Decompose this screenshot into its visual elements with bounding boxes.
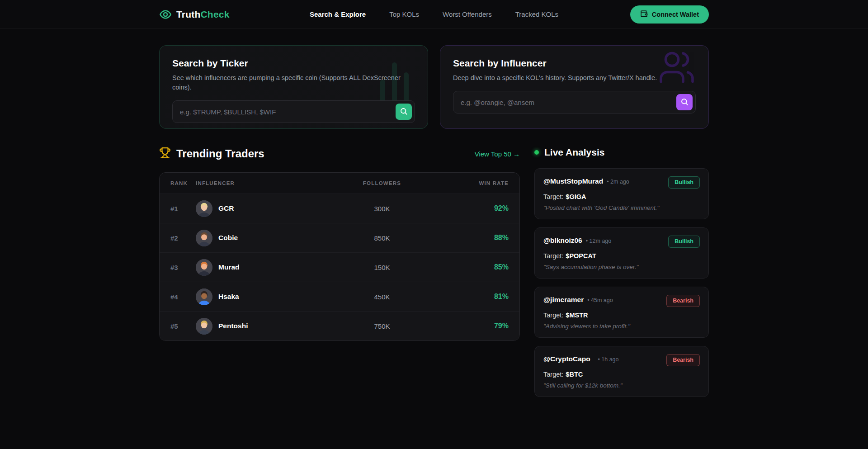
timestamp: • 45m ago: [587, 297, 613, 303]
win-rate-cell: 81%: [427, 293, 509, 301]
ticker-card-description: See which influencers are pumping a spec…: [172, 73, 415, 92]
target-ticker: $GIGA: [566, 193, 586, 200]
navbar: TruthCheck Search & Explore Top KOLs Wor…: [0, 0, 868, 29]
search-icon: [400, 107, 408, 117]
win-rate-cell: 92%: [427, 204, 509, 213]
win-rate-cell: 79%: [427, 322, 509, 330]
main-nav: Search & Explore Top KOLs Worst Offender…: [310, 10, 558, 18]
win-rate-cell: 88%: [427, 234, 509, 242]
influencer-cell: Cobie: [196, 230, 337, 246]
target-line: Target:$BTC: [543, 371, 700, 378]
rank-cell: #4: [170, 293, 196, 301]
live-analysis-card[interactable]: @CryptoCapo_ • 1h ago Bearish Target:$BT…: [534, 346, 709, 397]
users-decoration-icon: [657, 48, 697, 88]
target-label: Target:: [543, 193, 563, 200]
timestamp: • 12m ago: [586, 238, 612, 244]
trending-traders-title: Trending Traders: [176, 147, 264, 160]
connect-wallet-label: Connect Wallet: [652, 11, 699, 18]
influencer-name: GCR: [218, 204, 234, 213]
influencer-name: Murad: [218, 263, 240, 271]
search-by-ticker-card: Search by Ticker See which influencers a…: [159, 45, 428, 129]
eye-logo-icon: [159, 8, 172, 21]
nav-item-search-explore[interactable]: Search & Explore: [310, 10, 366, 18]
kol-handle: @MustStopMurad: [543, 177, 603, 185]
rank-cell: #1: [170, 205, 196, 213]
table-row[interactable]: #4 Hsaka 450K 81%: [160, 282, 519, 311]
rank-cell: #3: [170, 264, 196, 271]
followers-cell: 450K: [337, 293, 427, 301]
sentiment-badge: Bullish: [668, 236, 700, 248]
sentiment-badge: Bearish: [666, 295, 700, 307]
rank-cell: #5: [170, 322, 196, 330]
column-header-influencer: INFLUENCER: [196, 180, 337, 186]
influencer-search-button[interactable]: [676, 94, 693, 110]
connect-wallet-button[interactable]: Connect Wallet: [630, 5, 709, 24]
target-ticker: $POPCAT: [566, 252, 596, 260]
column-header-win-rate: WIN RATE: [427, 180, 509, 186]
influencer-cell: Hsaka: [196, 288, 337, 305]
table-row[interactable]: #2 Cobie 850K 88%: [160, 223, 519, 252]
kol-handle: @CryptoCapo_: [543, 355, 594, 363]
avatar: [196, 259, 212, 276]
win-rate-cell: 85%: [427, 263, 509, 271]
timestamp: • 2m ago: [607, 179, 629, 185]
ticker-search-input[interactable]: [172, 100, 415, 123]
target-label: Target:: [543, 371, 563, 378]
target-label: Target:: [543, 252, 563, 260]
column-header-rank: RANK: [170, 180, 196, 186]
analysis-quote: "Still calling for $12k bottom.": [543, 382, 700, 389]
sentiment-badge: Bearish: [666, 354, 700, 366]
nav-item-worst-offenders[interactable]: Worst Offenders: [443, 10, 492, 18]
analysis-quote: "Says accumulation phase is over.": [543, 264, 700, 270]
followers-cell: 750K: [337, 322, 427, 330]
live-indicator-dot: [534, 150, 539, 155]
live-analysis-card[interactable]: @blknoiz06 • 12m ago Bullish Target:$POP…: [534, 227, 709, 279]
sentiment-badge: Bullish: [668, 176, 700, 189]
search-section: Search by Ticker See which influencers a…: [159, 45, 709, 129]
influencer-name: Cobie: [218, 234, 238, 242]
avatar: [196, 200, 212, 217]
kol-handle: @blknoiz06: [543, 236, 582, 245]
brand-logo[interactable]: TruthCheck: [159, 8, 230, 21]
analysis-quote: "Posted chart with 'God Candle' imminent…: [543, 204, 700, 211]
kol-handle: @jimcramer: [543, 296, 584, 304]
influencer-cell: Pentoshi: [196, 318, 337, 335]
wallet-icon: [640, 10, 648, 19]
search-icon: [680, 98, 689, 107]
rank-cell: #2: [170, 234, 196, 242]
nav-item-top-kols[interactable]: Top KOLs: [389, 10, 419, 18]
view-top-50-link[interactable]: View Top 50 →: [475, 150, 520, 158]
influencer-name: Hsaka: [218, 293, 239, 301]
trophy-icon: [159, 147, 171, 161]
target-line: Target:$MSTR: [543, 312, 700, 319]
influencer-cell: GCR: [196, 200, 337, 217]
avatar: [196, 230, 212, 246]
followers-cell: 300K: [337, 205, 427, 213]
followers-cell: 150K: [337, 264, 427, 271]
live-analysis-card[interactable]: @jimcramer • 45m ago Bearish Target:$MST…: [534, 287, 709, 338]
influencer-search-input[interactable]: [453, 91, 696, 113]
table-row[interactable]: #1 GCR 300K 92%: [160, 194, 519, 223]
table-row[interactable]: #5 Pentoshi 750K 79%: [160, 311, 519, 340]
live-analysis-card[interactable]: @MustStopMurad • 2m ago Bullish Target:$…: [534, 168, 709, 219]
influencer-cell: Murad: [196, 259, 337, 276]
target-ticker: $MSTR: [566, 312, 588, 319]
ticker-search-button[interactable]: [396, 104, 412, 120]
brand-name: TruthCheck: [176, 9, 230, 20]
table-row[interactable]: #3 Murad 150K 85%: [160, 252, 519, 282]
trending-traders-table: RANK INFLUENCER FOLLOWERS WIN RATE #1 GC…: [159, 172, 520, 341]
analysis-quote: "Advising viewers to take profit.": [543, 323, 700, 330]
target-line: Target:$POPCAT: [543, 252, 700, 260]
live-analysis-section: Live Analysis @MustStopMurad • 2m ago Bu…: [534, 147, 709, 397]
target-line: Target:$GIGA: [543, 193, 700, 200]
live-analysis-title: Live Analysis: [544, 147, 604, 158]
trending-traders-section: Trending Traders View Top 50 → RANK INFL…: [159, 147, 520, 397]
table-header-row: RANK INFLUENCER FOLLOWERS WIN RATE: [160, 173, 519, 194]
search-by-influencer-card: Search by Influencer Deep dive into a sp…: [440, 45, 709, 129]
timestamp: • 1h ago: [598, 356, 618, 363]
influencer-name: Pentoshi: [218, 322, 248, 330]
nav-item-tracked-kols[interactable]: Tracked KOLs: [515, 10, 558, 18]
ticker-card-title: Search by Ticker: [172, 58, 415, 69]
avatar: [196, 318, 212, 335]
target-ticker: $BTC: [566, 371, 583, 378]
